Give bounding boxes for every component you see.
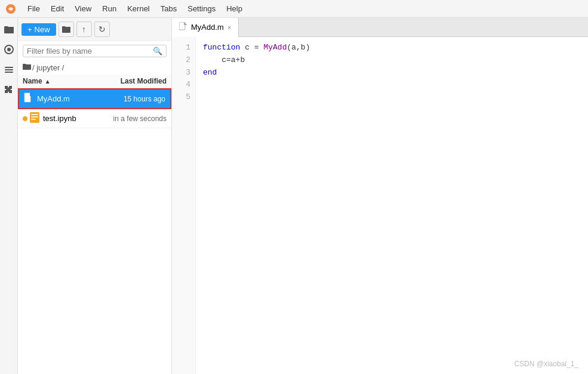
code-line-3: end <box>203 67 581 79</box>
svg-rect-13 <box>31 116 38 118</box>
code-area[interactable]: function c = MyAdd(a,b) c=a+b end <box>196 37 588 374</box>
tab-close-button[interactable]: × <box>227 24 231 31</box>
line-num-3: 3 <box>172 67 195 79</box>
svg-rect-8 <box>23 64 31 70</box>
editor-area: MyAdd.m × 1 2 3 4 5 function c = MyAdd(a… <box>172 18 588 374</box>
sidebar-folder-icon[interactable] <box>2 23 16 36</box>
tab-bar: MyAdd.m × <box>172 18 588 37</box>
tab-filename: MyAdd.m <box>191 23 224 32</box>
breadcrumb-folder-icon <box>23 63 31 72</box>
code-line-2: c=a+b <box>203 54 581 67</box>
keyword-function: function <box>203 43 240 52</box>
dot-indicator-test <box>23 116 27 121</box>
refresh-icon: ↻ <box>98 24 106 34</box>
file-name-myadd: MyAdd.m <box>37 94 100 103</box>
line-num-2: 2 <box>172 54 195 67</box>
icon-sidebar <box>0 18 18 374</box>
new-button[interactable]: + New <box>21 23 56 36</box>
file-item-myadd[interactable]: MyAdd.m 15 hours ago <box>18 88 171 109</box>
menu-help[interactable]: Help <box>221 3 247 14</box>
file-icon-myadd <box>24 92 33 105</box>
editor-tab-myadd[interactable]: MyAdd.m × <box>172 18 239 37</box>
sidebar-circle-icon[interactable] <box>2 43 16 56</box>
svg-rect-1 <box>4 27 14 33</box>
col-modified-header: Last Modified <box>101 77 167 85</box>
file-icon-test <box>30 112 39 125</box>
file-modified-myadd: 15 hours ago <box>100 95 165 103</box>
menu-edit[interactable]: Edit <box>46 3 69 14</box>
line-num-5: 5 <box>172 91 195 104</box>
fn-name-myadd: MyAdd <box>263 43 287 52</box>
main-layout: + New ↑ ↻ 🔍 <box>0 18 588 374</box>
svg-rect-10 <box>30 92 33 96</box>
file-toolbar: + New ↑ ↻ <box>18 18 171 41</box>
svg-rect-4 <box>5 67 13 68</box>
sidebar-list-icon[interactable] <box>2 63 16 76</box>
file-item-test[interactable]: test.ipynb in a few seconds <box>18 109 171 128</box>
svg-point-3 <box>7 48 11 51</box>
plus-icon: + <box>27 25 32 34</box>
menu-run[interactable]: Run <box>97 3 121 14</box>
svg-rect-14 <box>31 119 36 120</box>
menu-kernel[interactable]: Kernel <box>122 3 155 14</box>
file-list: MyAdd.m 15 hours ago test.ipynb in a few… <box>18 88 171 374</box>
line-num-1: 1 <box>172 42 195 54</box>
breadcrumb-path: / jupyter / <box>32 63 64 72</box>
code-text-1a: c = <box>240 43 263 52</box>
svg-rect-7 <box>62 27 70 33</box>
menu-bar: File Edit View Run Kernel Tabs Settings … <box>0 0 588 18</box>
sidebar-puzzle-icon[interactable] <box>2 84 16 97</box>
code-line-1: function c = MyAdd(a,b) <box>203 42 581 54</box>
line-num-4: 4 <box>172 79 195 91</box>
col-name-header[interactable]: Name ▲ <box>23 77 101 85</box>
upload-button[interactable]: ↑ <box>76 21 92 37</box>
menu-settings[interactable]: Settings <box>183 3 220 14</box>
new-label: New <box>35 25 50 34</box>
menu-view[interactable]: View <box>70 3 96 14</box>
folder-button[interactable] <box>59 21 74 37</box>
search-icon: 🔍 <box>153 47 162 55</box>
file-panel: + New ↑ ↻ 🔍 <box>18 18 172 374</box>
tab-icon <box>179 22 187 32</box>
upload-icon: ↑ <box>82 24 86 34</box>
editor-content: 1 2 3 4 5 function c = MyAdd(a,b) c=a+b … <box>172 37 588 374</box>
svg-rect-12 <box>31 114 38 115</box>
sort-icon: ▲ <box>45 78 51 85</box>
menu-file[interactable]: File <box>23 3 45 14</box>
keyword-end: end <box>203 68 217 77</box>
search-input[interactable] <box>27 47 153 55</box>
breadcrumb: / jupyter / <box>18 61 171 75</box>
name-label: Name <box>23 77 42 85</box>
code-text-2: c=a+b <box>203 55 245 64</box>
file-list-header: Name ▲ Last Modified <box>18 75 171 88</box>
refresh-button[interactable]: ↻ <box>94 21 110 37</box>
app-logo <box>5 3 17 15</box>
watermark: CSDN @xiaobai_1_ <box>514 360 578 368</box>
code-line-4 <box>203 79 581 91</box>
search-box: 🔍 <box>23 45 167 57</box>
line-numbers: 1 2 3 4 5 <box>172 37 196 374</box>
file-name-test: test.ipynb <box>43 114 101 123</box>
code-text-1b: (a,b) <box>287 43 310 52</box>
svg-rect-6 <box>5 72 13 73</box>
file-modified-test: in a few seconds <box>101 115 167 123</box>
code-line-5 <box>203 91 581 104</box>
svg-rect-5 <box>5 69 13 70</box>
menu-tabs[interactable]: Tabs <box>156 3 181 14</box>
